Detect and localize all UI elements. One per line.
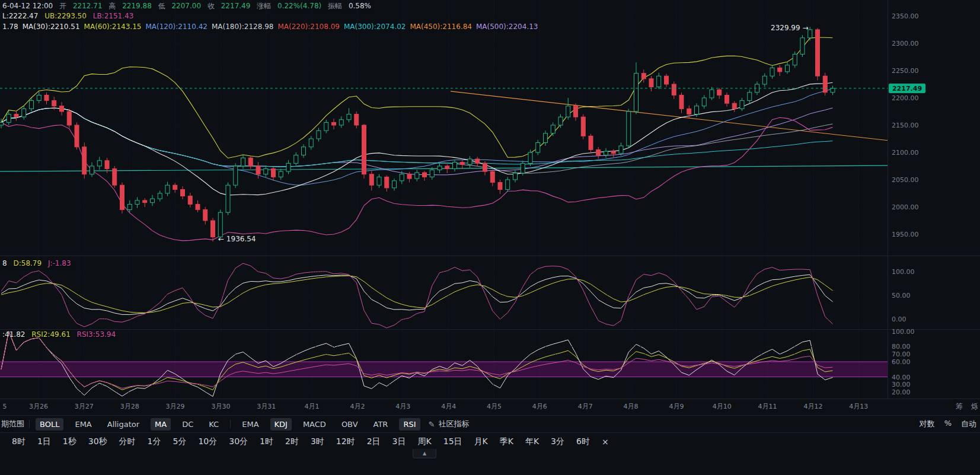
log-scale-toggle[interactable]: 对数 [920, 419, 935, 429]
indicator-dc-button[interactable]: DC [178, 418, 197, 431]
svg-text:4月7: 4月7 [578, 403, 593, 410]
scale-options: 对数 % 自动 [920, 419, 980, 429]
indicator-kdj-button[interactable]: KDJ [270, 418, 292, 431]
period-range-dropdown[interactable]: 期范围 [1, 419, 24, 429]
svg-text:4月5: 4月5 [487, 403, 502, 410]
side-tab-2[interactable]: 烁 [971, 402, 978, 410]
svg-text:1950.00: 1950.00 [892, 231, 919, 238]
svg-text:0.00: 0.00 [892, 315, 906, 323]
svg-text:4月1: 4月1 [305, 403, 320, 410]
svg-text:2150.00: 2150.00 [892, 122, 919, 129]
timeframe-1秒[interactable]: 1秒 [63, 436, 76, 447]
timeframe-季K[interactable]: 季K [500, 436, 513, 447]
timeframe-8时[interactable]: 8时 [12, 436, 25, 447]
timeframe-周K[interactable]: 周K▲ [418, 436, 432, 447]
svg-text:100.00: 100.00 [892, 328, 915, 336]
svg-text:40.00: 40.00 [892, 374, 911, 381]
edit-icon: ✎ [429, 420, 435, 429]
indicator-ma-button[interactable]: MA [151, 418, 171, 431]
svg-text:3月26: 3月26 [29, 403, 48, 410]
svg-text:2200.00: 2200.00 [892, 94, 919, 102]
svg-text:3月27: 3月27 [75, 403, 94, 410]
svg-text:2100.00: 2100.00 [892, 149, 919, 157]
svg-text:4月11: 4月11 [758, 403, 777, 410]
svg-text:2250.00: 2250.00 [892, 67, 919, 75]
timeframe-3时[interactable]: 3时 [311, 436, 324, 447]
community-indicators-label: 社区指标 [438, 419, 469, 429]
timeframe-年K[interactable]: 年K [525, 436, 539, 447]
svg-text:2217.49: 2217.49 [892, 85, 922, 93]
svg-text:4月6: 4月6 [532, 403, 547, 410]
indicator-rsi-button[interactable]: RSI [399, 418, 420, 431]
svg-text:2050.00: 2050.00 [892, 176, 919, 184]
auto-scale-toggle[interactable]: 自动 [961, 419, 976, 429]
timeframe-分时[interactable]: 分时 [119, 436, 136, 447]
side-tab-1[interactable]: 筹 [956, 402, 963, 410]
svg-text:50.00: 50.00 [892, 292, 911, 299]
svg-text:4月12: 4月12 [803, 403, 822, 410]
timeframe-5分[interactable]: 5分 [173, 436, 187, 447]
indicator-ema-button[interactable]: EMA [71, 418, 95, 431]
svg-text:3月28: 3月28 [120, 403, 139, 410]
svg-text:70.00: 70.00 [892, 350, 911, 358]
timeframe-3日[interactable]: 3日 [392, 436, 406, 447]
indicator-macd-button[interactable]: MACD [299, 418, 330, 431]
indicator-alligator-button[interactable]: Alligator [103, 418, 143, 431]
svg-text:4月10: 4月10 [713, 403, 732, 410]
price-annotation: ← 1936.54 [218, 235, 256, 243]
timeframe-2日[interactable]: 2日 [367, 436, 381, 447]
timeframe-30秒[interactable]: 30秒 [88, 436, 107, 447]
timeframe-月K[interactable]: 月K [474, 436, 488, 447]
svg-text:3月29: 3月29 [166, 403, 185, 410]
timeframe-30分[interactable]: 30分 [229, 436, 248, 447]
svg-text:30.00: 30.00 [892, 381, 911, 388]
timeframe-bar: 8时1日1秒30秒分时1分5分10分30分1时2时3时12时2日3日周K▲15日… [0, 432, 980, 450]
chart-canvas[interactable]: 53月263月273月283月293月303月314月14月24月34月44月5… [0, 0, 980, 415]
collapse-handle[interactable]: ▲ [413, 449, 436, 458]
svg-text:2000.00: 2000.00 [892, 203, 919, 211]
timeframe-1分[interactable]: 1分 [148, 436, 161, 447]
timeframe-10分[interactable]: 10分 [198, 436, 217, 447]
price-annotation: 2329.99 → [771, 24, 809, 32]
toolbar-divider [29, 420, 30, 428]
timeframe-1日[interactable]: 1日 [37, 436, 51, 447]
svg-text:20.00: 20.00 [892, 388, 911, 396]
trading-chart-app: 53月263月273月283月293月303月314月14月24月34月44月5… [0, 0, 980, 475]
svg-text:4月3: 4月3 [395, 403, 410, 410]
percent-scale-toggle[interactable]: % [944, 419, 952, 429]
indicator-kc-button[interactable]: KC [205, 418, 223, 431]
svg-text:100.00: 100.00 [892, 268, 915, 276]
indicator-boll-button[interactable]: BOLL [36, 418, 63, 431]
timeframe-3分[interactable]: 3分 [551, 436, 564, 447]
svg-text:3月31: 3月31 [257, 403, 276, 410]
indicator-toolbar: 期范围 BOLLEMAAlligatorMADCKCEMAKDJMACDOBVA… [0, 415, 980, 432]
svg-text:4月4: 4月4 [441, 403, 456, 410]
timeframe-12时[interactable]: 12时 [336, 436, 355, 447]
svg-text:5: 5 [3, 403, 7, 410]
indicator-ema-button[interactable]: EMA [238, 418, 263, 431]
indicator-buttons: BOLLEMAAlligatorMADCKCEMAKDJMACDOBVATRRS… [36, 418, 420, 431]
svg-text:4月2: 4月2 [350, 403, 365, 410]
timeframe-2时[interactable]: 2时 [285, 436, 299, 447]
svg-text:4月9: 4月9 [669, 403, 684, 410]
svg-text:2300.00: 2300.00 [892, 40, 919, 47]
indicator-atr-button[interactable]: ATR [369, 418, 392, 431]
svg-text:4月8: 4月8 [624, 403, 639, 410]
timeframe-1时[interactable]: 1时 [260, 436, 273, 447]
timeframe-15日[interactable]: 15日 [443, 436, 462, 447]
indicator-obv-button[interactable]: OBV [337, 418, 362, 431]
svg-text:60.00: 60.00 [892, 358, 911, 366]
svg-text:2350.00: 2350.00 [892, 12, 919, 20]
svg-text:80.00: 80.00 [892, 343, 911, 350]
community-indicators-button[interactable]: ✎ 社区指标 [429, 419, 470, 429]
timeframe-6时[interactable]: 6时 [576, 436, 590, 447]
timeframe-×[interactable]: × [602, 437, 609, 447]
svg-text:3月30: 3月30 [211, 403, 230, 410]
svg-text:4月13: 4月13 [849, 403, 868, 410]
toolbar-divider [230, 420, 231, 428]
